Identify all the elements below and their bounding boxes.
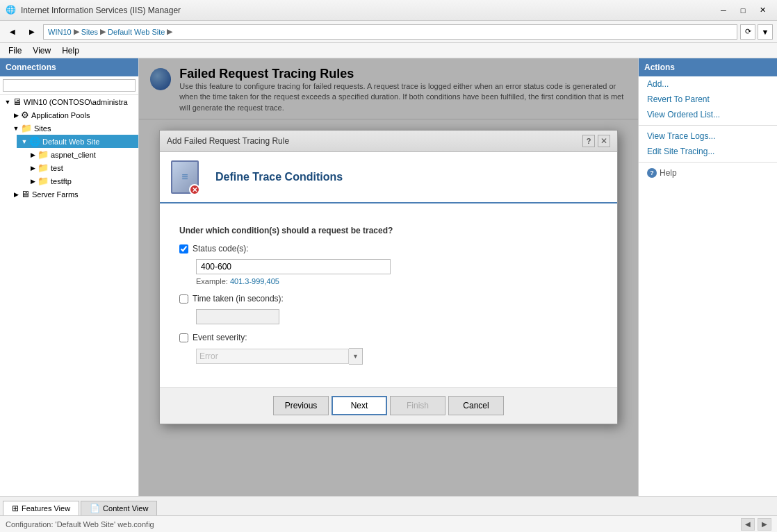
app-icon: 🌐 [6, 5, 17, 16]
computer-icon: 🖥 [13, 97, 22, 107]
menu-help[interactable]: Help [56, 43, 85, 58]
time-taken-checkbox[interactable] [179, 294, 188, 304]
action-help[interactable]: ? Help [639, 165, 777, 181]
aspnet-folder-icon: 📁 [38, 149, 49, 160]
status-icon-left[interactable]: ◀ [741, 518, 755, 531]
sidebar-item-sites[interactable]: ▼ 📁 Sites [8, 122, 138, 135]
default-site-icon: 🌐 [29, 136, 40, 147]
testftp-folder-icon: 📁 [38, 176, 49, 186]
sidebar: Connections ▼ 🖥 WIN10 (CONTOSO\administr… [0, 58, 139, 496]
example-link: 401.3-999,405 [230, 277, 279, 285]
address-bar: ◀ ▶ WIN10 ▶ Sites ▶ Default Web Site ▶ ⟳… [0, 21, 777, 43]
event-severity-select[interactable]: Error [196, 349, 349, 364]
path-default-web-site[interactable]: Default Web Site [108, 28, 165, 36]
status-code-row: Status code(s): [179, 244, 598, 253]
previous-button[interactable]: Previous [273, 396, 329, 415]
sidebar-label-aspnet-client: aspnet_client [51, 151, 96, 159]
sidebar-item-server-farms[interactable]: ▶ 🖥 Server Farms [8, 188, 138, 201]
action-edit-site-tracing[interactable]: Edit Site Tracing... [639, 144, 777, 159]
event-severity-label: Event severity: [193, 333, 247, 342]
sidebar-label-win10: WIN10 (CONTOSO\administra [24, 98, 128, 106]
wizard-icon: ≡ ✕ [171, 160, 204, 194]
menu-file[interactable]: File [3, 43, 27, 58]
wizard-header: ≡ ✕ Define Trace Conditions [160, 152, 617, 203]
tab-features-view-label: Features View [22, 504, 70, 513]
modal-overlay: Add Failed Request Tracing Rule ? ✕ ≡ ✕ [139, 58, 638, 496]
sidebar-label-testftp: testftp [51, 177, 72, 185]
menu-bar: File View Help [0, 43, 777, 58]
event-severity-checkbox[interactable] [179, 333, 188, 342]
modal-help-button[interactable]: ? [582, 135, 595, 147]
action-view-trace-logs[interactable]: View Trace Logs... [639, 128, 777, 144]
modal-title-text: Add Failed Request Tracing Rule [167, 136, 289, 146]
sidebar-label-sites: Sites [34, 124, 51, 133]
help-label: Help [660, 168, 677, 178]
status-text: Configuration: 'Default Web Site' web.co… [6, 520, 154, 529]
address-path: WIN10 ▶ Sites ▶ Default Web Site ▶ [43, 24, 737, 40]
action-revert-parent[interactable]: Revert To Parent [639, 92, 777, 107]
sidebar-search-input[interactable] [3, 79, 136, 92]
wizard-title: Define Trace Conditions [215, 171, 343, 183]
main-layout: Connections ▼ 🖥 WIN10 (CONTOSO\administr… [0, 58, 777, 496]
sidebar-label-application-pools: Application Pools [31, 111, 90, 119]
server-farms-icon: 🖥 [21, 189, 30, 199]
close-button[interactable]: ✕ [753, 3, 771, 17]
title-bar-controls: ─ □ ✕ [714, 3, 771, 17]
sidebar-label-server-farms: Server Farms [32, 190, 79, 199]
path-win10[interactable]: WIN10 [48, 28, 72, 36]
time-taken-input[interactable] [196, 309, 279, 324]
test-folder-icon: 📁 [38, 163, 49, 173]
dropdown-arrow-icon: ▼ [349, 348, 363, 365]
history-button[interactable]: ▼ [758, 24, 773, 40]
sidebar-item-default-web-site[interactable]: ▼ 🌐 Default Web Site [17, 135, 138, 148]
sidebar-search-area [0, 76, 138, 95]
time-taken-label: Time taken (in seconds): [193, 294, 284, 304]
menu-view[interactable]: View [27, 43, 56, 58]
sidebar-item-aspnet-client[interactable]: ▶ 📁 aspnet_client [25, 148, 138, 161]
path-sites[interactable]: Sites [81, 28, 98, 36]
sidebar-label-test: test [51, 164, 63, 172]
title-bar: 🌐 Internet Information Services (IIS) Ma… [0, 0, 777, 21]
sidebar-item-application-pools[interactable]: ▶ ⚙ Application Pools [8, 108, 138, 122]
action-view-ordered[interactable]: View Ordered List... [639, 107, 777, 122]
title-bar-text: Internet Information Services (IIS) Mana… [21, 6, 714, 15]
status-code-example: Example: 401.3-999,405 [196, 277, 598, 285]
sidebar-item-testftp[interactable]: ▶ 📁 testftp [25, 174, 138, 188]
wizard-badge-icon: ✕ [189, 184, 200, 195]
tab-content-view[interactable]: 📄 Content View [81, 501, 157, 515]
cancel-button[interactable]: Cancel [448, 396, 504, 415]
actions-panel: Actions Add... Revert To Parent View Ord… [638, 58, 777, 496]
sidebar-item-test[interactable]: ▶ 📁 test [25, 161, 138, 174]
modal-body: ≡ ✕ Define Trace Conditions Under which … [160, 152, 617, 387]
tab-features-view[interactable]: ⊞ Features View [3, 501, 79, 515]
sidebar-header: Connections [0, 58, 138, 76]
content-area: Failed Request Tracing Rules Use this fe… [139, 58, 638, 496]
modal-title-bar: Add Failed Request Tracing Rule ? ✕ [160, 131, 617, 152]
content-view-icon: 📄 [90, 504, 100, 513]
status-code-input[interactable] [196, 259, 391, 274]
finish-button[interactable]: Finish [390, 396, 445, 415]
sidebar-label-default-web-site: Default Web Site [42, 138, 99, 146]
forward-button[interactable]: ▶ [24, 24, 40, 40]
wizard-list-icon: ≡ [181, 171, 188, 183]
sidebar-item-win10[interactable]: ▼ 🖥 WIN10 (CONTOSO\administra [0, 95, 138, 108]
back-button[interactable]: ◀ [4, 24, 21, 40]
status-icon-right[interactable]: ▶ [758, 518, 771, 531]
actions-header: Actions [639, 58, 777, 76]
time-taken-row: Time taken (in seconds): [179, 294, 598, 304]
minimize-button[interactable]: ─ [714, 3, 733, 17]
modal-footer: Previous Next Finish Cancel [160, 387, 617, 424]
modal-close-button[interactable]: ✕ [598, 135, 610, 147]
status-code-checkbox[interactable] [179, 244, 188, 253]
restore-button[interactable]: □ [734, 3, 752, 17]
status-bar: Configuration: 'Default Web Site' web.co… [0, 515, 777, 532]
sites-folder-icon: 📁 [21, 123, 32, 133]
tab-content-view-label: Content View [103, 504, 148, 513]
status-code-label: Status code(s): [193, 244, 249, 253]
action-add[interactable]: Add... [639, 76, 777, 92]
next-button[interactable]: Next [332, 396, 387, 415]
tree-root: ▼ 🖥 WIN10 (CONTOSO\administra ▶ ⚙ Applic… [0, 95, 138, 201]
help-icon: ? [647, 168, 657, 178]
bottom-tabs: ⊞ Features View 📄 Content View [0, 496, 777, 515]
refresh-button[interactable]: ⟳ [740, 24, 755, 40]
